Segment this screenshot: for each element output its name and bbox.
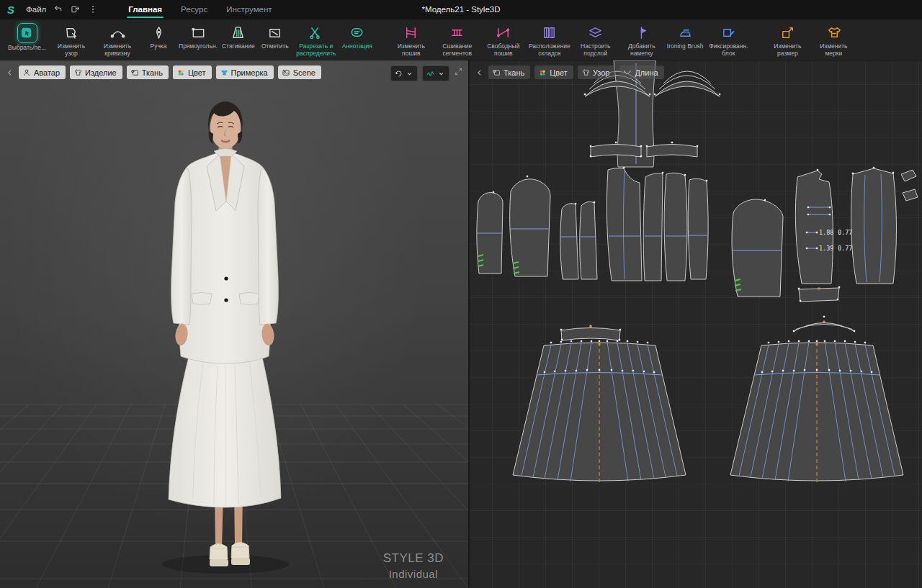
tool-free-sewing[interactable]: Свободный пошив bbox=[480, 22, 527, 58]
pattern-piece[interactable] bbox=[591, 145, 641, 158]
tool-basting[interactable]: Добавить наметку bbox=[619, 22, 665, 58]
pattern-piece[interactable] bbox=[647, 145, 697, 158]
sew-edit-icon bbox=[402, 23, 421, 42]
resize-icon bbox=[778, 23, 797, 42]
waistband-pieces bbox=[561, 323, 855, 341]
2d-canvas[interactable]: 1.88 0.77 1.39 0.77 bbox=[470, 60, 922, 588]
tab-label: Примерка bbox=[231, 68, 268, 77]
pattern-tab-fabric[interactable]: Ткань bbox=[488, 65, 530, 79]
edit-pattern-icon bbox=[62, 23, 81, 42]
viewport-tab-scene[interactable]: Scene bbox=[278, 65, 321, 79]
jacket-pieces: 1.88 0.77 1.39 0.77 bbox=[795, 168, 918, 302]
pattern-piece[interactable] bbox=[851, 168, 896, 284]
tool-edit-pattern[interactable]: Изменить узор bbox=[48, 22, 94, 58]
tool-label: Разрезать и распределить bbox=[295, 43, 337, 58]
pattern-piece[interactable] bbox=[510, 179, 550, 276]
pattern-piece[interactable] bbox=[580, 202, 597, 279]
palette-icon bbox=[538, 68, 547, 77]
menu-tab-glavnaya[interactable]: Главная bbox=[128, 5, 162, 14]
tool-label: Стягивание bbox=[222, 43, 255, 50]
pattern-tab-length[interactable]: Длина bbox=[619, 65, 663, 79]
tool-label: Изменить пошив bbox=[390, 43, 432, 58]
pattern-piece[interactable] bbox=[903, 189, 918, 201]
tool-resize[interactable]: Изменить размер bbox=[764, 22, 810, 58]
file-menu[interactable]: Файл bbox=[26, 5, 46, 14]
gather-icon bbox=[229, 23, 248, 42]
viewport-tab-avatar[interactable]: Аватар bbox=[19, 65, 66, 79]
tool-label: Выбрать/пе... bbox=[8, 45, 46, 52]
more-menu-icon[interactable] bbox=[88, 4, 98, 14]
tool-pleat-arrange[interactable]: Расположение складок bbox=[527, 22, 573, 58]
tool-label: Расположение складок bbox=[529, 43, 570, 58]
pen-icon bbox=[149, 23, 168, 42]
pattern-piece[interactable] bbox=[793, 323, 855, 333]
tool-annotation[interactable]: Аннотация bbox=[339, 22, 375, 51]
avatar-figure[interactable] bbox=[162, 101, 289, 574]
tool-label: Фиксированн. блок bbox=[707, 43, 749, 58]
expand-icon[interactable] bbox=[454, 67, 463, 76]
pattern-toolbar: ТканьЦветУзорДлина bbox=[475, 65, 664, 79]
measurement-label: 0.77 bbox=[838, 229, 852, 236]
pattern-piece[interactable] bbox=[560, 204, 578, 279]
underlay-icon bbox=[586, 23, 605, 42]
pattern-piece[interactable] bbox=[561, 328, 620, 341]
viewport-tab-color[interactable]: Цвет bbox=[173, 65, 212, 79]
pattern-piece[interactable] bbox=[795, 171, 833, 284]
style3d-window: S Файл ГлавнаяРесурсИнструмент *Модель21… bbox=[0, 0, 922, 588]
undo-icon[interactable] bbox=[53, 4, 63, 14]
pattern-piece[interactable] bbox=[655, 81, 720, 96]
pattern-piece[interactable] bbox=[664, 173, 687, 281]
view-rotate-dropdown[interactable] bbox=[390, 65, 418, 81]
tool-measurements[interactable]: Изменить мерки bbox=[810, 22, 856, 58]
workspace: АватарИзделиеТканьЦветПримеркаScene STYL… bbox=[0, 60, 922, 588]
fabric-icon bbox=[492, 68, 501, 77]
tool-edit-sewing[interactable]: Изменить пошив bbox=[388, 22, 434, 58]
tool-label: Добавить наметку bbox=[621, 43, 663, 58]
viewport-toolbar: АватарИзделиеТканьЦветПримеркаScene bbox=[6, 65, 321, 79]
mark-icon bbox=[266, 23, 285, 42]
chevron-left-icon[interactable] bbox=[6, 68, 14, 77]
redo-box-icon[interactable] bbox=[71, 4, 81, 14]
tab-label: Длина bbox=[635, 68, 658, 77]
menu-tab-instrument[interactable]: Инструмент bbox=[226, 5, 272, 14]
rotate-view-icon bbox=[394, 69, 403, 78]
pattern-tab-color[interactable]: Цвет bbox=[534, 65, 573, 79]
viewport-tab-fabric[interactable]: Ткань bbox=[127, 65, 169, 79]
measurement-label: 0.77 bbox=[838, 245, 852, 252]
tool-label: Отметить bbox=[261, 43, 289, 50]
basting-icon bbox=[632, 23, 651, 42]
tool-mark[interactable]: Отметить bbox=[257, 22, 293, 51]
pattern-piece[interactable] bbox=[732, 199, 783, 297]
tool-cut-distribute[interactable]: Разрезать и распределить bbox=[293, 22, 339, 58]
bodice-pieces bbox=[560, 168, 708, 281]
viewport-tab-fitting[interactable]: Примерка bbox=[216, 65, 274, 79]
tab-label: Цвет bbox=[550, 68, 568, 77]
tool-label: Настроить подслой bbox=[575, 43, 617, 58]
viewport-tab-garment[interactable]: Изделие bbox=[70, 65, 122, 79]
chevron-left-icon[interactable] bbox=[475, 68, 484, 77]
chevron-down-icon bbox=[405, 69, 414, 78]
stitch-display-dropdown[interactable] bbox=[422, 65, 449, 81]
tool-underlayer[interactable]: Настроить подслой bbox=[573, 22, 619, 58]
iron-icon bbox=[676, 23, 694, 42]
menu-tab-resurs[interactable]: Ресурс bbox=[181, 5, 207, 14]
cut-icon bbox=[307, 23, 326, 42]
tool-segment-sewing[interactable]: Сшивание сегментов bbox=[434, 22, 480, 58]
pattern-tab-pattern[interactable]: Узор bbox=[578, 65, 616, 79]
pattern-piece[interactable] bbox=[901, 170, 916, 181]
3d-canvas[interactable] bbox=[0, 60, 468, 588]
pattern-piece[interactable] bbox=[643, 173, 663, 281]
shirt-icon bbox=[581, 68, 590, 77]
tool-edit-curvature[interactable]: Изменить кривизну bbox=[94, 22, 140, 58]
tool-fixed-block[interactable]: Фиксированн. блок bbox=[705, 22, 751, 58]
main-toolbar: Выбрать/пе...Изменить узорИзменить криви… bbox=[0, 19, 922, 60]
tool-select[interactable]: Выбрать/пе... bbox=[6, 22, 48, 53]
tool-ironing-brush[interactable]: Ironing Brush bbox=[665, 22, 706, 51]
pattern-piece[interactable] bbox=[799, 288, 839, 302]
tool-rectangle[interactable]: Прямоугольн. bbox=[176, 22, 220, 51]
tool-label: Изменить узор bbox=[50, 43, 92, 58]
tool-pen[interactable]: Ручка bbox=[140, 22, 176, 51]
pattern-piece[interactable] bbox=[607, 168, 642, 281]
tool-gather[interactable]: Стягивание bbox=[220, 22, 257, 51]
pattern-piece[interactable] bbox=[688, 178, 708, 279]
